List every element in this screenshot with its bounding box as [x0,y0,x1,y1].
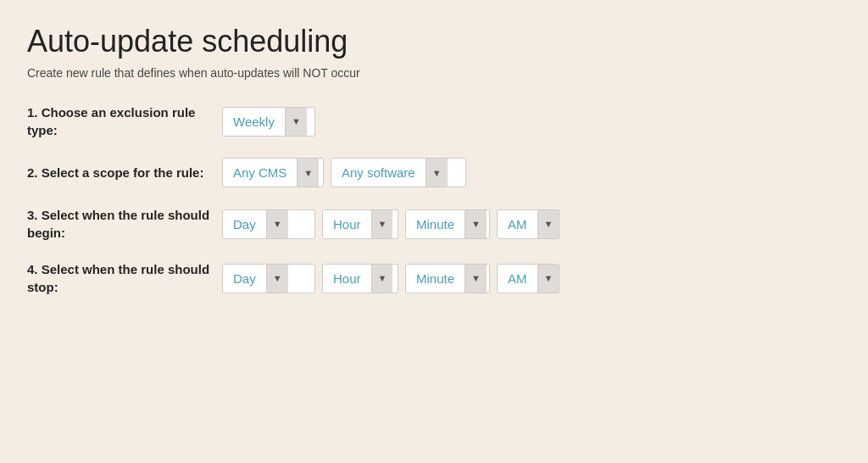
begin-minute-select[interactable]: Minute ▼ [405,209,490,239]
main-container: Auto-update scheduling Create new rule t… [0,0,868,338]
cms-select[interactable]: Any CMS ▼ [222,158,324,187]
begin-day-select[interactable]: Day ▼ [222,209,315,239]
weekly-select-value: Weekly [223,108,285,136]
stop-hour-select[interactable]: Hour ▼ [322,264,398,293]
stop-label: 4. Select when the rule should stop: [27,260,222,296]
software-select-value: Any software [331,159,426,187]
stop-row: 4. Select when the rule should stop: Day… [27,260,841,296]
begin-ampm-select-value: AM [498,210,537,238]
begin-hour-select-arrow: ▼ [371,210,393,238]
begin-hour-select[interactable]: Hour ▼ [322,209,398,239]
begin-label: 3. Select when the rule should begin: [27,206,222,242]
exclusion-rule-controls: Weekly ▼ [222,107,315,137]
stop-hour-select-arrow: ▼ [371,265,393,293]
stop-controls: Day ▼ Hour ▼ Minute ▼ AM ▼ [222,264,559,293]
scope-row: 2. Select a scope for the rule: Any CMS … [27,158,841,187]
stop-ampm-select-value: AM [498,265,537,293]
stop-day-select-value: Day [223,265,266,293]
begin-controls: Day ▼ Hour ▼ Minute ▼ AM ▼ [222,209,559,239]
begin-minute-select-arrow: ▼ [465,210,487,238]
weekly-select[interactable]: Weekly ▼ [222,107,315,137]
page-subtitle: Create new rule that defines when auto-u… [27,66,841,80]
stop-ampm-select[interactable]: AM ▼ [497,264,559,293]
software-select[interactable]: Any software ▼ [331,158,466,187]
page-title: Auto-update scheduling [27,24,841,59]
cms-select-value: Any CMS [223,159,297,187]
begin-day-select-arrow: ▼ [266,210,288,238]
scope-controls: Any CMS ▼ Any software ▼ [222,158,466,187]
begin-row: 3. Select when the rule should begin: Da… [27,206,841,242]
exclusion-rule-row: 1. Choose an exclusion rule type: Weekly… [27,103,841,139]
stop-minute-select-value: Minute [406,265,465,293]
stop-ampm-select-arrow: ▼ [537,265,559,293]
begin-day-select-value: Day [223,210,266,238]
exclusion-rule-label: 1. Choose an exclusion rule type: [27,103,222,139]
begin-hour-select-value: Hour [323,210,371,238]
software-select-arrow: ▼ [426,159,448,187]
begin-minute-select-value: Minute [406,210,465,238]
begin-ampm-select[interactable]: AM ▼ [497,209,559,239]
cms-select-arrow: ▼ [297,159,319,187]
stop-day-select[interactable]: Day ▼ [222,264,315,293]
stop-minute-select-arrow: ▼ [465,265,487,293]
stop-hour-select-value: Hour [323,265,371,293]
scope-label: 2. Select a scope for the rule: [27,164,222,181]
weekly-select-arrow: ▼ [285,108,307,136]
begin-ampm-select-arrow: ▼ [537,210,559,238]
stop-minute-select[interactable]: Minute ▼ [405,264,490,293]
stop-day-select-arrow: ▼ [266,265,288,293]
